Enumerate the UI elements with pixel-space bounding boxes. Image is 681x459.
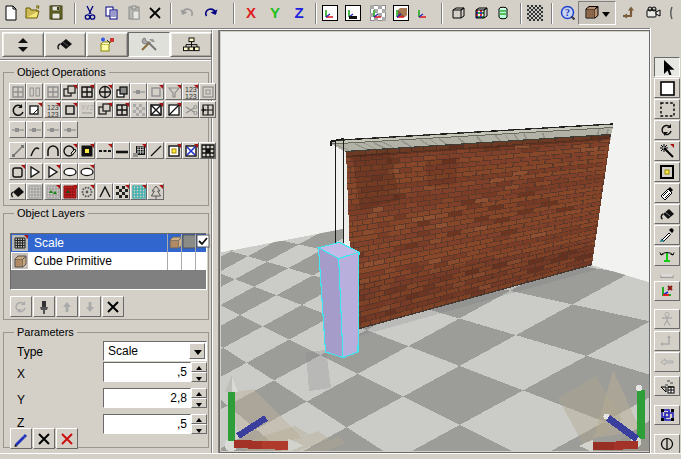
svg-text:123: 123 — [47, 104, 59, 111]
svg-text:123: 123 — [185, 93, 197, 100]
svg-text:123: 123 — [47, 111, 59, 118]
svg-text:123: 123 — [185, 86, 197, 93]
svg-text:XYZ: XYZ — [81, 104, 94, 111]
